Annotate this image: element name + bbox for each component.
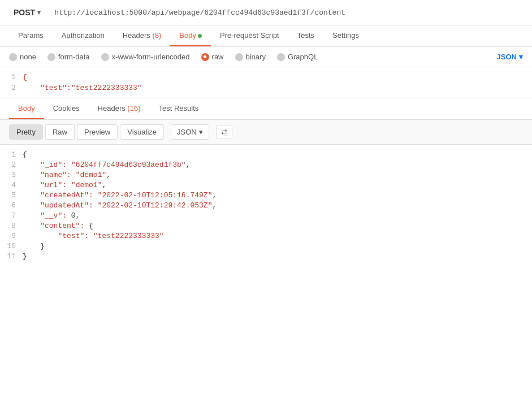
req-tab-pre-request[interactable]: Pre-request Script xyxy=(211,25,288,46)
tab-badge: (16) xyxy=(126,104,141,112)
format-selector[interactable]: JSON▾ xyxy=(497,53,523,61)
json-value: "demo1" xyxy=(71,181,102,189)
json-value: "2022-02-10T12:05:16.749Z" xyxy=(98,191,213,200)
response-tabs: BodyCookiesHeaders (16)Test Results xyxy=(0,98,532,120)
response-format-label: JSON xyxy=(177,128,197,136)
resp-code-line: 7 "__v": 0, xyxy=(0,210,532,220)
body-type-label: form-data xyxy=(58,53,90,61)
json-value: "2022-02-10T12:29:42.053Z" xyxy=(98,201,213,210)
json-key: "url": xyxy=(23,181,71,189)
line-number: 7 xyxy=(0,211,23,220)
resp-tab-body[interactable]: Body xyxy=(9,98,44,119)
view-toolbar: PrettyRawPreviewVisualizeJSON▾⇄̲ xyxy=(0,120,532,145)
line-content: { xyxy=(23,73,27,81)
resp-code-line: 8 "content": { xyxy=(0,220,532,231)
chevron-down-icon: ▾ xyxy=(199,128,203,136)
body-type-label: x-www-form-urlencoded xyxy=(112,53,190,61)
resp-tab-headers[interactable]: Headers (16) xyxy=(89,98,150,119)
radio-circle xyxy=(101,53,109,61)
request-tabs: ParamsAuthorizationHeaders (8)BodyPre-re… xyxy=(0,25,532,47)
chevron-down-icon: ▾ xyxy=(519,53,523,61)
req-tab-body[interactable]: Body xyxy=(170,25,211,46)
line-number: 10 xyxy=(0,242,23,250)
view-btn-raw[interactable]: Raw xyxy=(45,124,75,140)
line-content: "test":"test2222333333" xyxy=(23,84,142,92)
line-number: 9 xyxy=(0,232,23,240)
wrap-button[interactable]: ⇄̲ xyxy=(216,125,232,139)
response-format-selector[interactable]: JSON▾ xyxy=(171,124,209,140)
body-type-label: none xyxy=(20,53,36,61)
format-label: JSON xyxy=(497,53,517,61)
code-line: 1{ xyxy=(0,72,532,83)
method-label: POST xyxy=(14,8,35,17)
req-tab-tests[interactable]: Tests xyxy=(288,25,323,46)
resp-code-line: 11} xyxy=(0,251,532,261)
radio-circle xyxy=(9,53,17,61)
body-type-label: binary xyxy=(246,53,266,61)
json-brace: 0, xyxy=(71,211,80,220)
json-key: "content": xyxy=(23,222,89,230)
line-number: 11 xyxy=(0,252,23,261)
body-type-binary[interactable]: binary xyxy=(235,53,266,61)
json-value: "6204ff7c494d63c93aed1f3b" xyxy=(71,161,186,169)
json-brace: { xyxy=(89,222,93,230)
json-brace xyxy=(23,232,58,240)
line-number: 1 xyxy=(0,150,23,159)
json-brace: { xyxy=(23,150,27,159)
method-selector[interactable]: POST ▾ xyxy=(9,6,45,19)
body-type-raw[interactable]: raw xyxy=(201,53,224,61)
view-btn-visualize[interactable]: Visualize xyxy=(120,124,164,140)
body-type-x-www-form-urlencoded[interactable]: x-www-form-urlencoded xyxy=(101,53,190,61)
line-number: 8 xyxy=(0,222,23,230)
json-key: "_id": xyxy=(23,161,71,169)
radio-circle xyxy=(47,53,55,61)
request-code-editor: 1{2 "test":"test2222333333" xyxy=(0,67,532,98)
active-dot xyxy=(198,34,202,38)
json-key: "test": xyxy=(58,232,93,240)
line-number: 2 xyxy=(0,84,23,92)
req-tab-settings[interactable]: Settings xyxy=(323,25,368,46)
req-tab-headers[interactable]: Headers (8) xyxy=(114,25,171,46)
wrap-icon: ⇄̲ xyxy=(221,128,227,136)
view-btn-pretty[interactable]: Pretty xyxy=(9,124,43,140)
line-number: 2 xyxy=(0,161,23,169)
body-type-graphql[interactable]: GraphQL xyxy=(277,53,318,61)
view-btn-preview[interactable]: Preview xyxy=(77,124,118,140)
json-key: "createdAt": xyxy=(23,191,98,200)
json-value: "test2222333333" xyxy=(93,232,164,240)
line-number: 6 xyxy=(0,201,23,210)
json-key: "name": xyxy=(23,171,76,179)
json-brace: , xyxy=(106,171,111,179)
json-value: "demo1" xyxy=(76,171,107,179)
resp-code-line: 1{ xyxy=(0,149,532,159)
body-type-none[interactable]: none xyxy=(9,53,36,61)
code-line: 2 "test":"test2222333333" xyxy=(0,83,532,93)
resp-code-line: 6 "updatedAt": "2022-02-10T12:29:42.053Z… xyxy=(0,200,532,210)
resp-tab-cookies[interactable]: Cookies xyxy=(44,98,89,119)
json-brace: } xyxy=(23,242,45,250)
resp-code-line: 3 "name": "demo1", xyxy=(0,170,532,180)
line-number: 5 xyxy=(0,191,23,200)
resp-code-line: 4 "url": "demo1", xyxy=(0,180,532,190)
req-tab-authorization[interactable]: Authorization xyxy=(53,25,114,46)
line-number: 3 xyxy=(0,171,23,179)
resp-code-line: 5 "createdAt": "2022-02-10T12:05:16.749Z… xyxy=(0,190,532,200)
resp-tab-test-results[interactable]: Test Results xyxy=(149,98,207,119)
tab-badge: (8) xyxy=(150,31,162,40)
radio-circle xyxy=(201,53,209,61)
resp-code-line: 9 "test": "test2222333333" xyxy=(0,231,532,241)
json-brace: , xyxy=(212,191,217,200)
body-type-selector: noneform-datax-www-form-urlencodedrawbin… xyxy=(0,47,532,67)
json-brace: } xyxy=(23,252,27,261)
json-key: "__v": xyxy=(23,211,71,220)
body-type-form-data[interactable]: form-data xyxy=(47,53,90,61)
radio-circle xyxy=(277,53,285,61)
body-type-label: GraphQL xyxy=(288,53,318,61)
url-input[interactable] xyxy=(50,6,523,19)
url-bar: POST ▾ xyxy=(0,0,532,25)
radio-circle xyxy=(235,53,243,61)
chevron-down-icon: ▾ xyxy=(37,9,41,16)
json-key: "updatedAt": xyxy=(23,201,98,210)
req-tab-params[interactable]: Params xyxy=(9,25,53,46)
line-number: 1 xyxy=(0,73,23,81)
